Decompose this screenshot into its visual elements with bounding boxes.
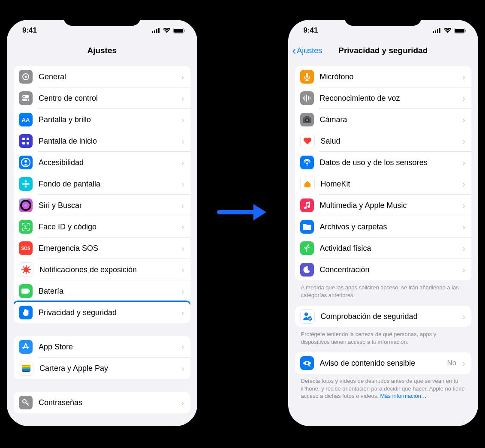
phone-right: 9:41 ‹ Ajustes Privacidad y seguridad Mi…	[281, 13, 485, 433]
svg-point-67	[304, 313, 308, 316]
row-wallet[interactable]: Cartera y Apple Pay›	[14, 358, 190, 379]
svg-point-27	[27, 226, 27, 226]
row-homekit[interactable]: HomeKit›	[295, 173, 472, 195]
svg-rect-37	[21, 289, 29, 294]
chevron-right-icon: ›	[462, 115, 465, 125]
row-label: Cámara	[320, 115, 457, 124]
row-label: Datos de uso y de los sensores	[320, 158, 457, 167]
privacy-group-sensitive: Aviso de contenido sensibleNo›	[295, 352, 472, 374]
footer-text-3: Detecta fotos y vídeos de desnudos antes…	[295, 374, 472, 400]
row-passwords[interactable]: Contraseñas›	[14, 392, 190, 413]
chevron-right-icon: ›	[462, 179, 465, 189]
chevron-right-icon: ›	[462, 201, 465, 210]
row-files[interactable]: Archivos y carpetas›	[295, 216, 472, 238]
row-label: Accesibilidad	[39, 158, 175, 167]
svg-rect-43	[22, 369, 30, 371]
svg-rect-62	[305, 116, 309, 118]
chevron-right-icon: ›	[462, 136, 465, 146]
chevron-right-icon: ›	[181, 222, 184, 232]
row-safetycheck[interactable]: Comprobación de seguridad›	[295, 306, 472, 327]
faceid-icon	[19, 220, 33, 234]
svg-point-69	[308, 316, 312, 321]
row-label: Concentración	[320, 265, 457, 274]
media-icon	[300, 198, 314, 212]
sensitive-icon	[300, 356, 314, 370]
row-privacy[interactable]: Privacidad y seguridad›	[14, 301, 190, 323]
row-general[interactable]: General›	[14, 66, 190, 87]
row-label: Comprobación de seguridad	[321, 312, 457, 321]
chevron-right-icon: ›	[181, 72, 184, 82]
row-battery[interactable]: Batería›	[14, 280, 190, 302]
chevron-right-icon: ›	[181, 158, 184, 168]
chevron-right-icon: ›	[181, 201, 184, 210]
row-focus[interactable]: Concentración›	[295, 259, 472, 280]
row-sensors[interactable]: Datos de uso y de los sensores›	[295, 152, 472, 173]
row-mic[interactable]: Micrófono›	[295, 66, 472, 87]
svg-point-64	[306, 119, 308, 121]
row-appstore[interactable]: App Store›	[14, 336, 190, 358]
row-sensitive[interactable]: Aviso de contenido sensibleNo›	[295, 352, 472, 374]
content-area[interactable]: Micrófono›Reconocimiento de voz›Cámara›S…	[288, 60, 479, 426]
svg-point-18	[24, 160, 27, 163]
nav-header: Ajustes	[7, 41, 197, 60]
row-accessibility[interactable]: Accesibilidad›	[14, 152, 190, 173]
row-sos[interactable]: SOSEmergencia SOS›	[14, 238, 190, 259]
chevron-right-icon: ›	[462, 222, 465, 232]
chevron-right-icon: ›	[462, 358, 465, 368]
row-label: Privacidad y seguridad	[39, 308, 175, 317]
row-label: HomeKit	[321, 180, 457, 189]
settings-group-1: General›Centro de control›AAPantalla y b…	[14, 66, 190, 323]
row-wallpaper[interactable]: Fondo de pantalla›	[14, 173, 190, 195]
row-health[interactable]: Salud›	[295, 130, 472, 152]
svg-rect-53	[455, 29, 464, 33]
back-button[interactable]: ‹ Ajustes	[292, 45, 322, 56]
row-display[interactable]: AAPantalla y brillo›	[14, 109, 190, 130]
row-control[interactable]: Centro de control›	[14, 87, 190, 109]
svg-rect-50	[437, 29, 438, 33]
more-info-link[interactable]: Más información…	[380, 393, 427, 399]
row-exposure[interactable]: Notificaciones de exposición›	[14, 259, 190, 280]
row-label: General	[39, 72, 175, 81]
row-siri[interactable]: Siri y Buscar›	[14, 195, 190, 216]
nav-header: ‹ Ajustes Privacidad y seguridad	[288, 41, 479, 60]
home-icon	[19, 134, 33, 148]
svg-rect-14	[27, 138, 29, 140]
svg-point-8	[25, 76, 27, 78]
svg-line-33	[23, 267, 24, 268]
phone-left: 9:41 Ajustes General›Centro de control›A…	[0, 13, 204, 433]
row-camera[interactable]: Cámara›	[295, 109, 472, 130]
passwords-icon	[19, 396, 33, 409]
page-title: Ajustes	[87, 46, 117, 55]
settings-group-2: App Store›Cartera y Apple Pay›	[14, 336, 190, 379]
svg-point-44	[23, 400, 26, 403]
content-area[interactable]: General›Centro de control›AAPantalla y b…	[7, 60, 197, 426]
row-label: Micrófono	[320, 72, 457, 81]
chevron-right-icon: ›	[181, 342, 184, 352]
svg-point-22	[22, 183, 24, 185]
row-label: Salud	[321, 137, 457, 146]
screen-settings: 9:41 Ajustes General›Centro de control›A…	[7, 20, 197, 426]
row-media[interactable]: Multimedia y Apple Music›	[295, 195, 472, 216]
chevron-left-icon: ‹	[292, 45, 296, 56]
svg-point-20	[25, 180, 27, 183]
screen-privacy: 9:41 ‹ Ajustes Privacidad y seguridad Mi…	[288, 20, 479, 426]
svg-point-23	[27, 183, 30, 185]
row-label: Pantalla y brillo	[39, 115, 175, 124]
row-speech[interactable]: Reconocimiento de voz›	[295, 87, 472, 109]
page-title: Privacidad y seguridad	[338, 46, 428, 55]
chevron-right-icon: ›	[181, 93, 184, 103]
row-home[interactable]: Pantalla de inicio›	[14, 130, 190, 152]
focus-icon	[300, 263, 314, 277]
row-label: Siri y Buscar	[39, 201, 175, 210]
row-label: Pantalla de inicio	[39, 137, 175, 146]
row-faceid[interactable]: Face ID y código›	[14, 216, 190, 238]
privacy-group-safetycheck: Comprobación de seguridad›	[295, 306, 472, 327]
svg-point-28	[24, 267, 29, 272]
row-label: Reconocimiento de voz	[320, 94, 457, 103]
camera-icon	[300, 113, 314, 126]
chevron-right-icon: ›	[181, 115, 184, 125]
status-time: 9:41	[22, 26, 37, 35]
wallpaper-icon	[19, 177, 33, 191]
chevron-right-icon: ›	[181, 364, 184, 373]
row-fitness[interactable]: Actividad física›	[295, 238, 472, 259]
